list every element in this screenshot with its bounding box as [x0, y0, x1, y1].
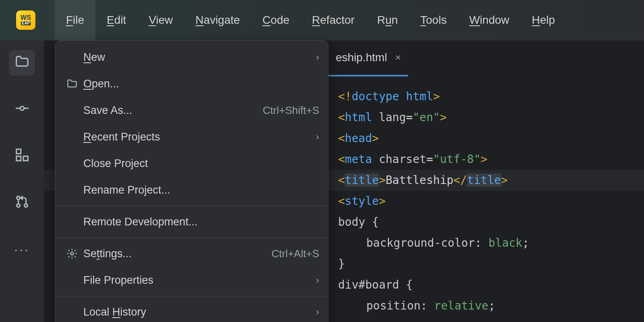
- chevron-right-icon: ›: [313, 306, 319, 318]
- app-icon-text-top: WS: [21, 14, 31, 21]
- shortcut-label: Ctrl+Alt+S: [272, 248, 320, 260]
- structure-tool-button[interactable]: [9, 143, 35, 169]
- menu-remote-development[interactable]: Remote Development...: [55, 208, 328, 235]
- menu-file-properties[interactable]: File Properties ›: [55, 267, 328, 293]
- svg-rect-3: [16, 149, 21, 153]
- more-tool-button[interactable]: ···: [9, 237, 35, 262]
- menu-view[interactable]: View: [137, 0, 184, 40]
- menu-separator: [55, 296, 328, 296]
- menu-close-project[interactable]: Close Project: [55, 150, 328, 177]
- menu-save-as[interactable]: Save As... Ctrl+Shift+S: [55, 97, 328, 124]
- file-menu-dropdown: New › Open... Save As... Ctrl+Shift+S Re…: [55, 40, 328, 322]
- chevron-right-icon: ›: [313, 275, 319, 286]
- menu-refactor[interactable]: Refactor: [301, 0, 366, 40]
- chevron-right-icon: ›: [313, 52, 319, 63]
- pull-request-icon: [14, 194, 30, 212]
- menu-settings[interactable]: Settings... Ctrl+Alt+S: [55, 240, 328, 267]
- vcs-tool-button[interactable]: [9, 190, 35, 216]
- svg-point-0: [20, 106, 24, 110]
- folder-icon: [63, 78, 81, 89]
- commit-tool-button[interactable]: [9, 97, 35, 122]
- tab-label: eship.html: [336, 51, 387, 64]
- menubar: File Edit View Navigate Code Refactor Ru…: [55, 0, 566, 40]
- menu-help[interactable]: Help: [520, 0, 566, 40]
- close-icon[interactable]: ×: [395, 52, 401, 63]
- svg-point-6: [17, 196, 20, 199]
- app-icon: WS EAP: [16, 10, 35, 30]
- gear-icon: [63, 248, 81, 259]
- menu-tools[interactable]: Tools: [409, 0, 458, 40]
- menu-code[interactable]: Code: [251, 0, 301, 40]
- editor-tab-battleship[interactable]: eship.html ×: [328, 40, 408, 76]
- svg-point-7: [17, 204, 20, 207]
- chevron-right-icon: ›: [313, 131, 319, 142]
- more-icon: ···: [14, 242, 30, 257]
- menu-window[interactable]: Window: [458, 0, 521, 40]
- menu-separator: [55, 206, 328, 206]
- menu-edit[interactable]: Edit: [95, 0, 137, 40]
- menu-rename-project[interactable]: Rename Project...: [55, 177, 328, 203]
- svg-rect-5: [16, 156, 21, 161]
- commit-icon: [14, 101, 30, 119]
- folder-icon: [14, 54, 30, 72]
- menu-local-history[interactable]: Local History ›: [55, 299, 328, 322]
- svg-point-9: [71, 252, 74, 255]
- menu-recent-projects[interactable]: Recent Projects ›: [55, 124, 328, 150]
- menu-separator: [55, 237, 328, 238]
- menu-file[interactable]: File: [55, 0, 95, 40]
- svg-point-8: [24, 204, 27, 207]
- menu-new[interactable]: New ›: [55, 44, 328, 70]
- svg-rect-4: [23, 156, 28, 161]
- project-tool-button[interactable]: [9, 50, 35, 76]
- structure-icon: [14, 147, 30, 165]
- menu-run[interactable]: Run: [366, 0, 409, 40]
- menu-open[interactable]: Open...: [55, 70, 328, 97]
- sidebar-rail: ···: [0, 40, 44, 322]
- app-icon-text-bottom: EAP: [21, 21, 31, 25]
- shortcut-label: Ctrl+Shift+S: [263, 104, 319, 117]
- menu-navigate[interactable]: Navigate: [184, 0, 252, 40]
- titlebar: WS EAP File Edit View Navigate Code Refa…: [0, 0, 644, 40]
